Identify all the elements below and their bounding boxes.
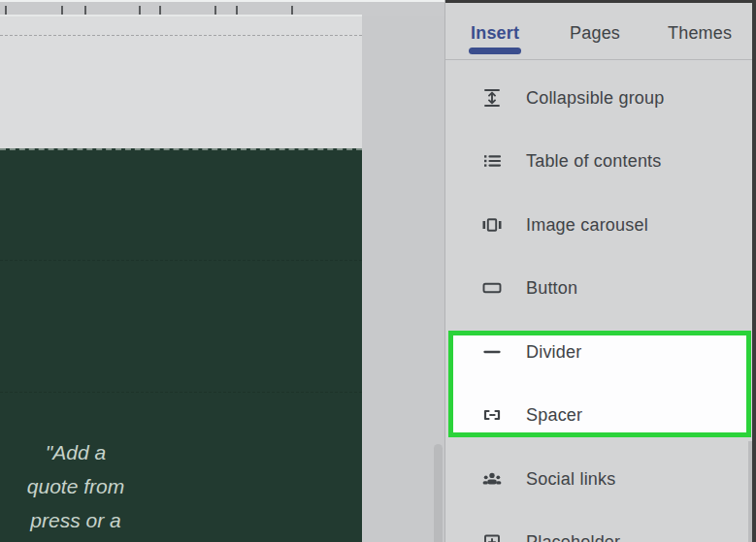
section-guide-line (0, 392, 362, 393)
quote-placeholder-text[interactable]: "Add a quote from press or a (12, 435, 140, 537)
insert-item-collapsible-group[interactable]: Collapsible group (445, 67, 752, 129)
canvas-gutter (362, 16, 444, 542)
insert-item-label: Image carousel (526, 215, 648, 236)
insert-item-label: Divider (526, 342, 581, 363)
ruler-tick (291, 6, 293, 15)
ruler-tick (5, 6, 7, 15)
site-canvas-region: "Add a quote from press or a (0, 0, 444, 542)
insert-item-label: Placeholder (526, 532, 620, 542)
ruler-tick (139, 6, 141, 15)
insert-item-label: Collapsible group (526, 88, 665, 109)
insert-panel: Insert Pages Themes Collapsible group Ta… (444, 0, 756, 542)
quote-section[interactable]: "Add a quote from press or a (0, 148, 362, 542)
insert-item-divider[interactable]: Divider (445, 321, 752, 383)
insert-item-label: Social links (526, 469, 615, 490)
section-boundary-dashed (0, 35, 362, 36)
ruler-tick (236, 6, 238, 15)
google-sites-editor: { "canvas": { "quote_text": "\"Add a\nqu… (0, 0, 756, 542)
tab-pages[interactable]: Pages (570, 23, 620, 44)
placeholder-icon (481, 531, 503, 542)
insert-item-label: Button (526, 278, 577, 299)
active-tab-indicator (469, 48, 521, 54)
canvas-scrollbar-thumb[interactable] (434, 444, 443, 542)
spacer-icon (481, 404, 503, 426)
insert-item-social-links[interactable]: Social links (445, 448, 752, 510)
insert-item-button[interactable]: Button (445, 257, 752, 319)
insert-item-placeholder[interactable]: Placeholder (445, 511, 752, 542)
divider-icon (481, 341, 503, 363)
tab-themes[interactable]: Themes (668, 23, 732, 44)
insert-item-label: Table of contents (526, 151, 662, 172)
collapsible-group-icon (481, 87, 503, 109)
social-links-icon (481, 468, 503, 490)
tab-insert[interactable]: Insert (471, 23, 519, 44)
tabs-divider (445, 59, 756, 60)
section-guide-line (0, 260, 362, 261)
page-header-section[interactable] (0, 16, 362, 148)
insert-item-table-of-contents[interactable]: Table of contents (445, 130, 752, 192)
table-of-contents-icon (481, 150, 503, 172)
insert-item-spacer[interactable]: Spacer (445, 384, 752, 446)
ruler-tick (84, 6, 86, 15)
ruler-tick (61, 6, 63, 15)
button-icon (481, 277, 503, 299)
ruler-tick (159, 6, 161, 15)
image-carousel-icon (481, 214, 503, 236)
panel-top-edge (445, 0, 756, 3)
ruler-tick (214, 6, 216, 15)
insert-item-image-carousel[interactable]: Image carousel (445, 194, 752, 256)
canvas-top-edge (0, 0, 444, 2)
window-right-edge (752, 0, 756, 542)
insert-item-label: Spacer (526, 405, 582, 426)
